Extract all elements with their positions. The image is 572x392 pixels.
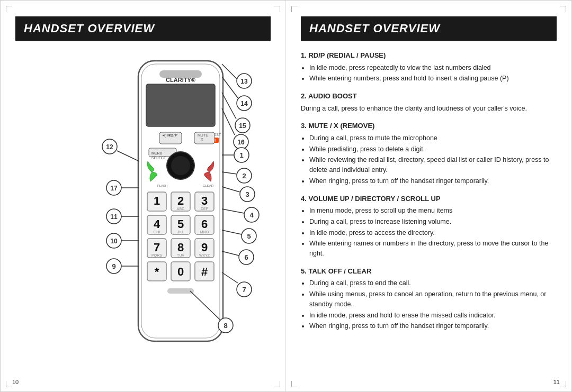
svg-text:MNO: MNO xyxy=(200,230,209,234)
svg-text:1: 1 xyxy=(154,194,160,207)
svg-rect-3 xyxy=(146,84,215,126)
list-item: When ringing, press to turn off the hand… xyxy=(309,176,557,186)
svg-text:5: 5 xyxy=(247,232,251,240)
left-page: HANDSET OVERVIEW CLARITY® BOOST ! ◄) RD/… xyxy=(1,1,286,392)
section-1-title: 1. RD/P (REDIAL / PAUSE) xyxy=(301,50,557,61)
page-number-left: 10 xyxy=(12,379,19,385)
svg-text:4: 4 xyxy=(154,217,160,231)
svg-text:1: 1 xyxy=(239,151,243,159)
section-4: 4. VOLUME UP / DIRECTORY / SCROLL UP In … xyxy=(301,194,557,259)
list-item: While predialing, press to delete a digi… xyxy=(309,144,557,154)
section-2-text: During a call, press to enhance the clar… xyxy=(301,104,557,114)
list-item: In menu mode, press to scroll up the men… xyxy=(309,206,557,216)
svg-line-54 xyxy=(222,64,238,80)
svg-text:4: 4 xyxy=(249,211,254,219)
svg-text:3: 3 xyxy=(201,194,208,207)
svg-text:FLASH: FLASH xyxy=(157,184,167,187)
list-item: During a call, press to increase listeni… xyxy=(309,217,557,227)
svg-line-60 xyxy=(222,93,236,119)
svg-line-84 xyxy=(222,272,238,283)
svg-text:WXYZ: WXYZ xyxy=(199,253,210,257)
list-item: While entering numbers, press and hold t… xyxy=(309,74,557,84)
list-item: While entering names or numbers in the d… xyxy=(309,239,557,259)
section-3-list: During a call, press to mute the microph… xyxy=(309,133,557,186)
corner-bl-right xyxy=(291,381,298,387)
svg-text:2: 2 xyxy=(242,172,246,180)
svg-text:7: 7 xyxy=(154,241,160,254)
svg-text:SELECT: SELECT xyxy=(151,156,166,160)
svg-text:PQRS: PQRS xyxy=(151,253,162,258)
svg-text:GHI: GHI xyxy=(154,230,160,234)
corner-tl-right xyxy=(291,6,298,12)
section-3: 3. MUTE / X (REMOVE) During a call, pres… xyxy=(301,121,557,186)
svg-line-75 xyxy=(222,209,244,213)
svg-text:6: 6 xyxy=(244,253,248,261)
svg-point-18 xyxy=(171,156,190,175)
handset-svg: CLARITY® BOOST ! ◄) RD/P MUTE X MENU SEL… xyxy=(91,50,271,357)
section-1: 1. RD/P (REDIAL / PAUSE) In idle mode, p… xyxy=(301,50,557,84)
section-4-list: In menu mode, press to scroll up the men… xyxy=(309,206,557,259)
corner-bl xyxy=(6,381,12,387)
svg-text:*: * xyxy=(155,265,159,278)
section-5-list: During a call, press to end the call. Wh… xyxy=(309,278,557,331)
svg-text:11: 11 xyxy=(110,213,118,221)
svg-text:12: 12 xyxy=(106,143,113,151)
list-item: While reviewing the redial list, directo… xyxy=(309,155,557,175)
svg-text:DEF: DEF xyxy=(201,207,208,211)
svg-text:CLARITY®: CLARITY® xyxy=(166,77,195,83)
svg-text:17: 17 xyxy=(110,185,118,192)
svg-text:2: 2 xyxy=(177,194,184,207)
svg-text:10: 10 xyxy=(110,238,118,245)
svg-line-81 xyxy=(222,251,239,256)
svg-line-99 xyxy=(117,151,139,161)
section-2: 2. AUDIO BOOST During a call, press to e… xyxy=(301,91,557,113)
svg-text:16: 16 xyxy=(237,139,245,146)
svg-text:X: X xyxy=(201,138,203,141)
svg-text:CLEAR: CLEAR xyxy=(203,184,214,187)
section-5-title: 5. TALK OFF / CLEAR xyxy=(301,266,557,277)
left-section-title: HANDSET OVERVIEW xyxy=(15,16,271,41)
svg-text:TUV: TUV xyxy=(177,253,184,257)
right-page: HANDSET OVERVIEW 1. RD/P (REDIAL / PAUSE… xyxy=(286,1,571,392)
svg-line-72 xyxy=(222,187,240,192)
section-3-title: 3. MUTE / X (REMOVE) xyxy=(301,121,557,131)
svg-text:8: 8 xyxy=(224,322,227,330)
corner-tr-right xyxy=(560,6,566,12)
right-section-title: HANDSET OVERVIEW xyxy=(301,16,557,41)
svg-line-57 xyxy=(222,77,238,98)
svg-text:7: 7 xyxy=(242,286,246,294)
svg-text:3: 3 xyxy=(245,190,249,198)
section-5: 5. TALK OFF / CLEAR During a call, press… xyxy=(301,266,557,331)
svg-text:MUTE: MUTE xyxy=(198,133,208,137)
list-item: During a call, press to end the call. xyxy=(309,278,557,288)
list-item: While using menus, press to cancel an op… xyxy=(309,289,557,309)
svg-text:6: 6 xyxy=(201,217,208,231)
list-item: In idle mode, press to access the direct… xyxy=(309,228,557,238)
svg-text:14: 14 xyxy=(240,100,248,107)
svg-text:#: # xyxy=(201,265,208,278)
corner-br-right xyxy=(560,381,566,387)
svg-text:13: 13 xyxy=(240,78,248,85)
svg-rect-53 xyxy=(167,288,194,294)
page-number-right: 11 xyxy=(553,379,560,385)
section-4-title: 4. VOLUME UP / DIRECTORY / SCROLL UP xyxy=(301,194,557,204)
svg-text:15: 15 xyxy=(239,122,246,130)
svg-text:5: 5 xyxy=(177,217,184,231)
handset-diagram-area: CLARITY® BOOST ! ◄) RD/P MUTE X MENU SEL… xyxy=(15,50,271,357)
svg-line-78 xyxy=(222,230,242,234)
content-area: 1. RD/P (REDIAL / PAUSE) In idle mode, p… xyxy=(301,50,557,331)
svg-text:◄): ◄) xyxy=(162,133,166,138)
svg-text:ABC: ABC xyxy=(177,207,184,211)
list-item: During a call, press to mute the microph… xyxy=(309,133,557,143)
svg-text:0: 0 xyxy=(177,265,184,278)
corner-br xyxy=(274,381,280,387)
section-2-title: 2. AUDIO BOOST xyxy=(301,91,557,102)
svg-text:MENU: MENU xyxy=(151,151,163,155)
svg-text:9: 9 xyxy=(201,241,208,254)
svg-text:8: 8 xyxy=(177,241,184,254)
svg-text:RD/P: RD/P xyxy=(167,133,178,138)
section-1-list: In idle mode, press repeatedly to view t… xyxy=(309,63,557,84)
corner-tl xyxy=(6,6,12,12)
list-item: In idle mode, press and hold to erase th… xyxy=(309,311,557,321)
svg-line-69 xyxy=(222,172,237,174)
